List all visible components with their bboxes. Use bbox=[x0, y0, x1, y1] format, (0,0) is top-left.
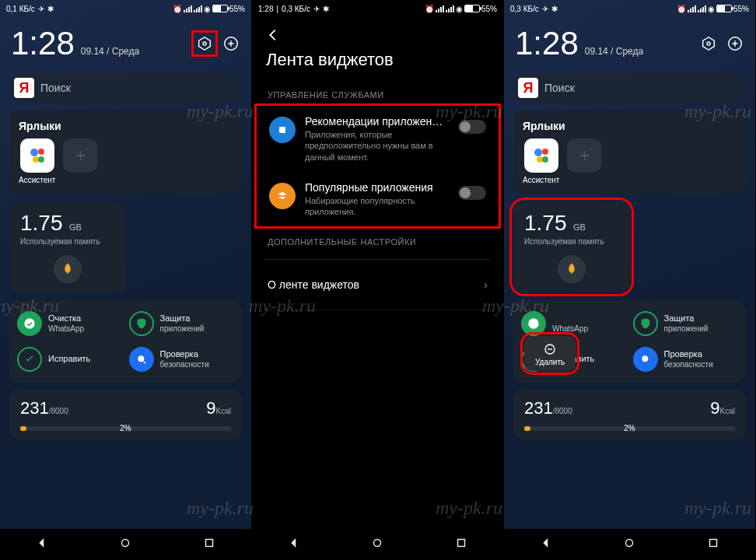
about-widgets-link[interactable]: О ленте виджетов › bbox=[252, 266, 503, 303]
nav-bar bbox=[504, 529, 755, 560]
wifi-icon: ◉ bbox=[204, 5, 211, 13]
sec-scan[interactable]: Проверкабезопасности bbox=[129, 347, 235, 372]
shortcut-add[interactable]: + bbox=[63, 138, 97, 184]
clock-row: 1:28 09.14 / Среда bbox=[504, 17, 755, 68]
nav-recent[interactable] bbox=[454, 536, 468, 553]
svg-point-3 bbox=[138, 355, 144, 362]
phone-middle: 1:28 | 0,3 КБ/с ✈ ✱ ⏰ ◉ 55% Лента виджет… bbox=[252, 0, 504, 560]
pop-sub: Набирающие популярность приложения. bbox=[305, 195, 449, 218]
svg-point-14 bbox=[626, 540, 633, 547]
shortcuts-card: Ярлыки Ассистент + bbox=[513, 110, 746, 194]
svg-point-1 bbox=[203, 42, 206, 45]
alarm-icon: ⏰ bbox=[173, 5, 182, 13]
sec-app-protect[interactable]: Защитаприложений bbox=[633, 311, 739, 336]
clock-date: 09.14 / Среда bbox=[81, 46, 139, 57]
settings-gear-icon[interactable] bbox=[699, 34, 718, 53]
pop-toggle[interactable] bbox=[458, 186, 486, 200]
cleanup-button[interactable] bbox=[558, 255, 586, 283]
clock-row: 1:28 09.14 / Среда bbox=[0, 17, 251, 68]
chevron-right-icon: › bbox=[484, 278, 488, 291]
svg-point-7 bbox=[374, 540, 381, 547]
yandex-logo-icon: Я bbox=[518, 78, 538, 98]
memory-label: Используемая память bbox=[20, 237, 115, 246]
search-bar[interactable]: Я Поиск bbox=[513, 73, 746, 103]
bluetooth-icon: ✱ bbox=[551, 5, 558, 13]
popular-icon bbox=[269, 183, 296, 209]
back-button[interactable] bbox=[264, 26, 282, 44]
signal-icon bbox=[688, 5, 696, 12]
signal-icon bbox=[184, 5, 192, 12]
clock-date: 09.14 / Среда bbox=[585, 46, 643, 57]
battery-pct: 55% bbox=[229, 5, 245, 13]
signal-icon-2 bbox=[446, 5, 454, 12]
sec-app-protect[interactable]: Защитаприложений bbox=[129, 311, 235, 336]
bluetooth-icon: ✱ bbox=[323, 5, 329, 13]
about-label: О ленте виджетов bbox=[268, 278, 359, 291]
svg-point-10 bbox=[707, 42, 710, 45]
wifi-icon: ◉ bbox=[708, 5, 715, 13]
battery-pct: 55% bbox=[733, 5, 749, 13]
nav-home[interactable] bbox=[370, 536, 384, 553]
signal-icon-2 bbox=[194, 5, 202, 12]
kcal-value: 9 bbox=[206, 398, 215, 418]
shortcut-add[interactable]: + bbox=[567, 138, 601, 184]
section-additional: ДОПОЛНИТЕЛЬНЫЕ НАСТРОЙКИ bbox=[252, 226, 503, 253]
telegram-icon: ✈ bbox=[542, 5, 548, 13]
search-placeholder: Поиск bbox=[544, 82, 575, 94]
nav-back[interactable] bbox=[35, 536, 49, 553]
nav-home[interactable] bbox=[118, 536, 132, 553]
nav-back[interactable] bbox=[539, 536, 553, 553]
rec-sub: Приложения, которые предположительно нуж… bbox=[305, 129, 449, 163]
nav-home[interactable] bbox=[622, 536, 636, 553]
svg-rect-8 bbox=[458, 540, 465, 547]
signal-icon bbox=[436, 5, 444, 12]
sec-fix[interactable]: Исправить bbox=[17, 347, 123, 372]
svg-rect-5 bbox=[206, 540, 213, 547]
shortcut-assistant[interactable]: Ассистент bbox=[523, 138, 559, 184]
sec-whatsapp-clean[interactable]: ОчисткаWhatsApp bbox=[17, 311, 123, 336]
fitness-card[interactable]: 231/8000 9Kcal 2% bbox=[9, 389, 242, 440]
memory-value: 1.75 bbox=[20, 211, 63, 235]
telegram-icon: ✈ bbox=[313, 5, 320, 13]
sec-whatsapp-clean[interactable]: WhatsApp bbox=[521, 311, 627, 336]
shortcut-assistant[interactable]: Ассистент bbox=[19, 138, 55, 184]
delete-popup[interactable]: Удалить bbox=[524, 336, 576, 371]
nav-back[interactable] bbox=[287, 536, 301, 553]
progress-pct: 2% bbox=[624, 424, 635, 432]
memory-unit: GB bbox=[69, 222, 82, 232]
signal-icon-2 bbox=[698, 5, 706, 12]
nav-recent[interactable] bbox=[706, 536, 720, 553]
memory-widget[interactable]: 1.75 GB Используемая память bbox=[9, 201, 126, 292]
nav-bar bbox=[252, 529, 503, 560]
search-bar[interactable]: Я Поиск bbox=[9, 73, 242, 103]
add-widget-icon[interactable] bbox=[222, 34, 240, 53]
nav-recent[interactable] bbox=[202, 536, 216, 553]
memory-widget-selected[interactable]: 1.75 GB Используемая память bbox=[513, 201, 630, 292]
memory-unit: GB bbox=[573, 222, 586, 232]
status-bar: 1:28 | 0,3 КБ/с ✈ ✱ ⏰ ◉ 55% bbox=[252, 0, 503, 17]
setting-app-recommendations[interactable]: Рекомендации приложен… Приложения, котор… bbox=[257, 106, 499, 172]
svg-marker-9 bbox=[703, 37, 715, 51]
add-widget-icon[interactable] bbox=[726, 34, 744, 53]
shortcut-label: Ассистент bbox=[523, 176, 559, 184]
clock-time: 1:28 bbox=[515, 25, 579, 62]
cleanup-button[interactable] bbox=[54, 255, 82, 283]
progress-bar: 2% bbox=[20, 426, 231, 431]
search-placeholder: Поиск bbox=[40, 82, 71, 94]
sec-scan[interactable]: Проверкабезопасности bbox=[633, 347, 739, 372]
fitness-card[interactable]: 231/8000 9Kcal 2% bbox=[513, 389, 746, 440]
memory-value: 1.75 bbox=[524, 211, 567, 235]
settings-gear-icon[interactable] bbox=[195, 34, 214, 53]
status-time: 1:28 bbox=[258, 5, 273, 13]
data-rate: 0,1 КБ/с bbox=[6, 5, 35, 13]
security-card: ОчисткаWhatsApp Защитаприложений Исправи… bbox=[9, 300, 242, 383]
section-services: УПРАВЛЕНИЕ СЛУЖБАМИ bbox=[252, 79, 503, 106]
wifi-icon: ◉ bbox=[456, 5, 463, 13]
shield-icon bbox=[129, 311, 154, 336]
setting-popular-apps[interactable]: Популярные приложения Набирающие популяр… bbox=[257, 172, 499, 227]
shield-icon bbox=[633, 311, 658, 336]
svg-point-4 bbox=[122, 540, 129, 547]
rec-toggle[interactable] bbox=[458, 120, 486, 134]
status-bar: 0,1 КБ/с ✈ ✱ ⏰ ◉ 55% bbox=[0, 0, 251, 17]
phone-right: 0,3 КБ/с ✈ ✱ ⏰ ◉ 55% 1:28 09.14 / Среда bbox=[504, 0, 756, 560]
